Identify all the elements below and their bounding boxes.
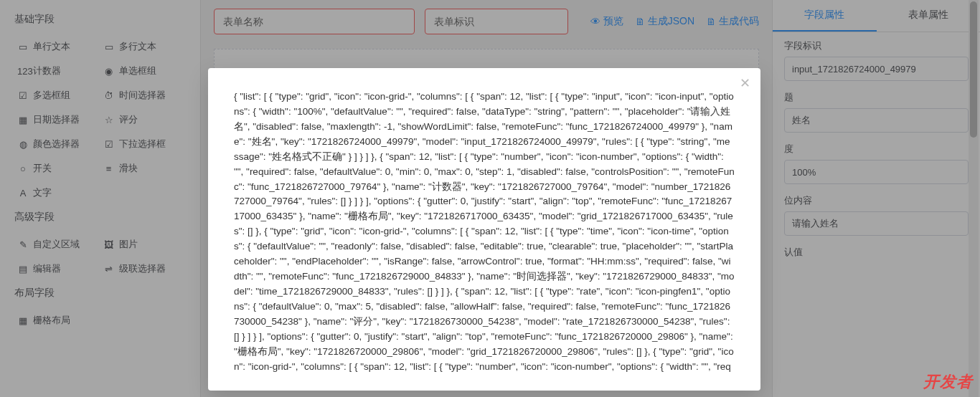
- close-icon[interactable]: ✕: [740, 75, 750, 91]
- watermark-logo: 开发者: [923, 371, 973, 393]
- json-output-text: { "list": [ { "type": "grid", "icon": "i…: [234, 90, 735, 376]
- json-modal: ✕ { "list": [ { "type": "grid", "icon": …: [208, 68, 760, 391]
